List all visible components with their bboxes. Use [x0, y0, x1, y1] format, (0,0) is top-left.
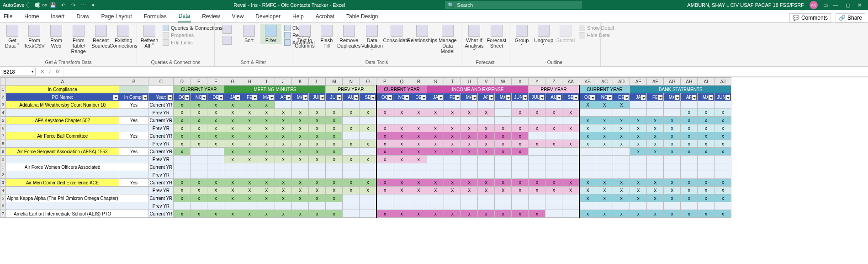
row-header[interactable]: 2	[0, 171, 6, 179]
tab-view[interactable]: View	[231, 10, 245, 22]
mm-month-filter[interactable]: MA	[292, 93, 309, 101]
bs-cell[interactable]	[630, 109, 647, 117]
ie-cell[interactable]	[444, 101, 461, 109]
ie-cell[interactable]: x	[410, 156, 427, 163]
mm-cell[interactable]: x	[224, 148, 241, 156]
row-header[interactable]: 2	[0, 93, 6, 101]
bs-cell[interactable]: x	[596, 117, 613, 124]
mm-cell[interactable]: x	[258, 140, 275, 148]
ie-cell[interactable]: X	[444, 109, 461, 117]
ie-cell[interactable]	[495, 109, 512, 117]
ie-cell[interactable]: x	[376, 210, 393, 218]
ie-cell[interactable]: x	[461, 148, 478, 156]
bs-cell[interactable]: x	[664, 132, 681, 140]
ie-cell[interactable]	[393, 194, 410, 202]
mm-cell[interactable]	[360, 210, 376, 218]
whatif-analysis-button[interactable]: What-If Analysis ˅	[463, 24, 485, 55]
mm-cell[interactable]: x	[326, 156, 343, 163]
ie-cell[interactable]	[427, 171, 444, 179]
ie-cell[interactable]	[495, 202, 512, 210]
bs-cell[interactable]	[681, 163, 698, 171]
bs-cell[interactable]: x	[647, 194, 664, 202]
mm-cell[interactable]	[241, 202, 258, 210]
col-header-P[interactable]: P	[376, 78, 393, 86]
bs-cell[interactable]: x	[681, 210, 698, 218]
mm-cell[interactable]: X	[207, 109, 224, 117]
ie-cell[interactable]	[545, 101, 562, 109]
ie-month-filter[interactable]: NO	[393, 93, 410, 101]
ie-cell[interactable]: X	[410, 179, 427, 187]
ie-cell[interactable]: x	[427, 124, 444, 132]
col-header-W[interactable]: W	[495, 78, 512, 86]
ie-cell[interactable]: X	[478, 179, 495, 187]
mm-cell[interactable]	[326, 163, 343, 171]
bs-cell[interactable]	[664, 101, 681, 109]
mm-cell[interactable]: x	[241, 210, 258, 218]
mm-cell[interactable]: x	[360, 124, 376, 132]
mm-cell[interactable]: X	[207, 179, 224, 187]
mm-cell[interactable]: x	[174, 117, 191, 124]
bs-cell[interactable]: x	[698, 148, 715, 156]
ie-cell[interactable]: X	[495, 187, 512, 194]
bs-cell[interactable]: x	[630, 148, 647, 156]
po-name-cell[interactable]: Air Men Committed Excellence ACE	[6, 179, 119, 187]
bs-cell[interactable]	[613, 109, 630, 117]
bs-cell[interactable]	[613, 202, 630, 210]
mm-cell[interactable]: x	[241, 194, 258, 202]
ie-cell[interactable]: X	[376, 109, 393, 117]
mm-cell[interactable]: x	[258, 101, 275, 109]
mm-cell[interactable]: x	[241, 124, 258, 132]
mm-cell[interactable]: X	[258, 179, 275, 187]
bs-cell[interactable]: x	[630, 210, 647, 218]
ie-cell[interactable]: x	[444, 148, 461, 156]
row-header[interactable]: 1	[0, 86, 6, 93]
mm-cell[interactable]	[309, 202, 326, 210]
bs-cell[interactable]	[596, 148, 613, 156]
ie-cell[interactable]: x	[512, 148, 529, 156]
bs-cell[interactable]	[630, 156, 647, 163]
ie-cell[interactable]	[562, 117, 579, 124]
mm-cell[interactable]: x	[174, 101, 191, 109]
from-web-button[interactable]: From Web	[46, 24, 67, 49]
ie-cell[interactable]: x	[478, 124, 495, 132]
recent-sources-button[interactable]: Recent Sources	[90, 24, 111, 49]
row-header[interactable]: 4	[0, 187, 6, 194]
ie-cell[interactable]: x	[444, 132, 461, 140]
bs-cell[interactable]: x	[681, 194, 698, 202]
ie-cell[interactable]: X	[529, 187, 545, 194]
bs-cell[interactable]: X	[715, 179, 731, 187]
bs-cell[interactable]: x	[681, 148, 698, 156]
compliance-cell[interactable]	[119, 210, 148, 218]
po-name-cell[interactable]	[6, 140, 119, 148]
ie-cell[interactable]: X	[478, 187, 495, 194]
bs-cell[interactable]: x	[664, 148, 681, 156]
bs-cell[interactable]: x	[715, 117, 731, 124]
row-header[interactable]: 6	[0, 202, 6, 210]
mm-cell[interactable]	[309, 163, 326, 171]
ie-cell[interactable]: X	[444, 187, 461, 194]
ie-cell[interactable]	[393, 101, 410, 109]
mm-cell[interactable]: x	[174, 210, 191, 218]
group-button[interactable]: Group ˅	[511, 24, 532, 50]
col-header-E[interactable]: E	[191, 78, 207, 86]
ie-cell[interactable]: x	[376, 132, 393, 140]
ie-cell[interactable]	[444, 117, 461, 124]
bs-cell[interactable]	[630, 101, 647, 109]
qat-more-icon[interactable]: ⋯	[79, 1, 87, 9]
ie-cell[interactable]: x	[393, 148, 410, 156]
from-text-csv-button[interactable]: From Text/CSV	[24, 24, 45, 49]
mm-cell[interactable]: x	[343, 140, 360, 148]
ie-cell[interactable]: x	[512, 132, 529, 140]
ie-cell[interactable]	[562, 148, 579, 156]
ie-cell[interactable]: X	[444, 179, 461, 187]
remove-duplicates-button[interactable]: Remove Duplicates	[338, 24, 360, 49]
col-header-N[interactable]: N	[343, 78, 360, 86]
mm-cell[interactable]: x	[207, 117, 224, 124]
mm-cell[interactable]	[360, 163, 376, 171]
bs-cell[interactable]: x	[715, 132, 731, 140]
mm-cell[interactable]: x	[292, 140, 309, 148]
mm-cell[interactable]	[191, 202, 207, 210]
bs-cell[interactable]: x	[613, 210, 630, 218]
mm-cell[interactable]: X	[241, 179, 258, 187]
sort-az-button[interactable]	[217, 24, 238, 47]
